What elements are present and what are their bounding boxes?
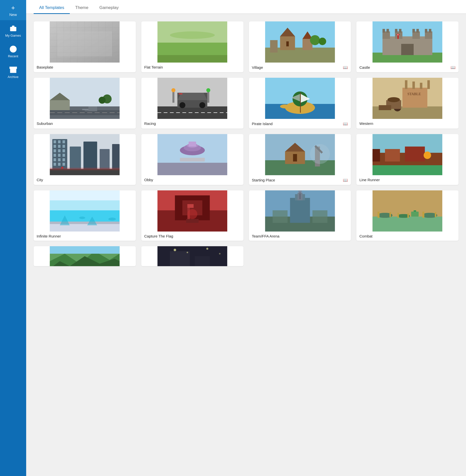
template-card-suburban[interactable]: Suburban	[34, 78, 136, 129]
svg-point-200	[187, 252, 188, 253]
svg-rect-146	[385, 149, 400, 161]
svg-rect-91	[402, 88, 427, 108]
svg-rect-46	[383, 29, 385, 33]
svg-rect-4	[10, 67, 17, 69]
template-card-racing[interactable]: Racing	[141, 78, 243, 129]
templates-grid-area: Baseplate Flat Terrain Village📖	[26, 14, 466, 476]
svg-rect-168	[186, 219, 199, 223]
template-label-flat-terrain: Flat Terrain	[141, 63, 243, 72]
svg-rect-117	[58, 154, 61, 157]
template-label-infinite-runner: Infinite Runner	[34, 232, 136, 241]
svg-point-199	[174, 249, 176, 251]
svg-rect-110	[54, 145, 56, 148]
my-games-label: My Games	[5, 34, 21, 37]
template-card-city[interactable]: City	[34, 134, 136, 185]
svg-rect-149	[373, 149, 380, 161]
template-thumb-city	[34, 134, 136, 175]
svg-point-88	[280, 104, 290, 108]
template-thumb-village	[249, 21, 351, 63]
svg-rect-106	[112, 144, 120, 171]
template-card-obby[interactable]: Obby	[141, 134, 243, 185]
template-card-team-arena[interactable]: Team/FFA Arena	[249, 190, 351, 241]
template-thumb-flat-terrain	[141, 21, 243, 63]
template-label-western: Western	[356, 119, 459, 128]
template-name: Village	[252, 65, 263, 70]
svg-point-201	[206, 248, 208, 250]
svg-point-167	[187, 209, 197, 219]
svg-point-156	[79, 217, 85, 219]
svg-rect-195	[157, 246, 227, 266]
template-label-baseplate: Baseplate	[34, 63, 136, 72]
svg-rect-48	[395, 29, 397, 33]
tab-theme[interactable]: Theme	[70, 2, 94, 14]
svg-rect-92	[405, 80, 407, 89]
svg-rect-51	[416, 29, 419, 33]
template-thumb-starting-place	[249, 134, 351, 175]
template-name: Team/FFA Arena	[252, 234, 280, 238]
sidebar-item-my-games[interactable]: My Games	[0, 20, 26, 41]
svg-rect-144	[373, 165, 442, 175]
svg-point-160	[108, 218, 116, 221]
sidebar: + New My Games Recent Archive	[0, 0, 26, 476]
template-name: Baseplate	[37, 65, 53, 69]
template-card-starting-place[interactable]: Starting Place📖	[249, 134, 351, 185]
clock-icon	[9, 45, 17, 53]
svg-rect-130	[180, 158, 205, 161]
template-card-flat-terrain[interactable]: Flat Terrain	[141, 21, 243, 72]
template-label-village: Village📖	[249, 63, 351, 72]
template-card-landscape[interactable]: Landscape	[34, 246, 136, 266]
sidebar-item-recent[interactable]: Recent	[0, 41, 26, 62]
svg-rect-182	[378, 212, 380, 218]
svg-rect-123	[58, 163, 61, 166]
svg-rect-107	[54, 140, 56, 143]
svg-rect-183	[389, 212, 391, 217]
sidebar-item-archive[interactable]: Archive	[0, 62, 26, 82]
template-name: Line Runner	[359, 178, 380, 182]
template-card-western[interactable]: STABLE Western	[356, 78, 459, 129]
svg-rect-111	[58, 145, 61, 148]
tab-all-templates[interactable]: All Templates	[34, 2, 70, 14]
svg-rect-124	[63, 163, 65, 166]
svg-point-148	[424, 152, 431, 159]
book-icon: 📖	[343, 178, 348, 182]
svg-rect-2	[12, 28, 14, 29]
template-card-line-runner[interactable]: Line Runner	[356, 134, 459, 185]
briefcase-icon	[9, 25, 17, 32]
tab-gameplay[interactable]: Gameplay	[94, 2, 124, 14]
svg-rect-112	[63, 145, 65, 148]
template-card-baseplate[interactable]: Baseplate	[34, 21, 136, 72]
template-name: Pirate Island	[252, 122, 273, 126]
svg-point-75	[199, 102, 205, 108]
svg-rect-177	[312, 210, 327, 223]
svg-point-202	[219, 253, 221, 254]
svg-point-127	[61, 167, 63, 169]
svg-text:STABLE: STABLE	[407, 92, 421, 96]
svg-rect-176	[272, 210, 287, 223]
new-button[interactable]: + New	[0, 0, 26, 20]
template-name: Racing	[144, 121, 156, 126]
svg-rect-80	[179, 93, 182, 94]
svg-rect-139	[293, 154, 297, 161]
template-thumb-infinite-runner	[34, 190, 136, 232]
template-thumb-landscape	[34, 246, 136, 266]
template-card-village[interactable]: Village📖	[249, 21, 351, 72]
svg-rect-85	[300, 93, 301, 113]
svg-point-28	[170, 31, 215, 39]
template-card-dark[interactable]: Dark	[141, 246, 243, 266]
tab-bar: All Templates Theme Gameplay	[26, 0, 466, 14]
template-card-pirate-island[interactable]: Pirate Island📖	[249, 78, 351, 129]
template-card-capture-flag[interactable]: Capture The Flag	[141, 190, 243, 241]
svg-rect-62	[50, 100, 70, 110]
svg-rect-118	[63, 154, 65, 157]
template-thumb-combat	[356, 190, 459, 232]
template-card-castle[interactable]: Castle📖	[356, 21, 459, 72]
svg-rect-68	[88, 106, 97, 111]
svg-rect-50	[412, 29, 415, 33]
svg-point-78	[171, 88, 175, 92]
template-card-infinite-runner[interactable]: Infinite Runner	[34, 190, 136, 241]
svg-rect-171	[290, 198, 310, 223]
book-icon: 📖	[343, 65, 348, 70]
svg-rect-52	[425, 29, 427, 33]
template-label-suburban: Suburban	[34, 119, 136, 128]
template-card-combat[interactable]: Combat	[356, 190, 459, 241]
